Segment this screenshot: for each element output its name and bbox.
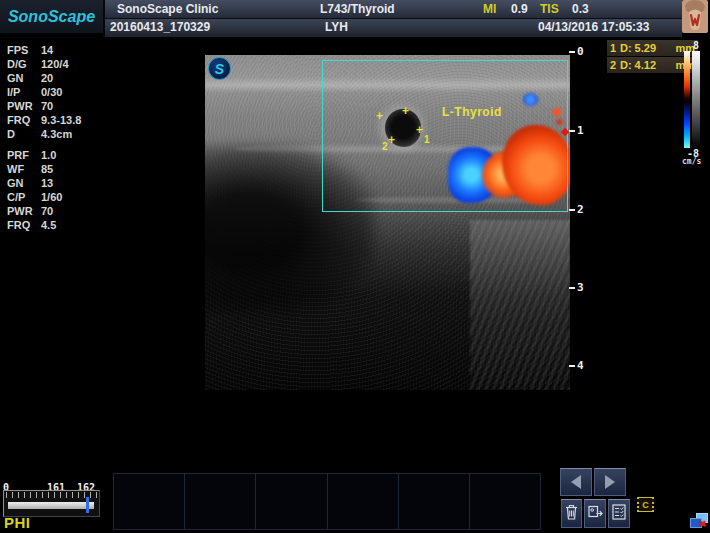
depth-tick: 3 <box>569 281 584 294</box>
tis-value: 0.3 <box>572 2 589 16</box>
caliper-mark[interactable]: + <box>376 111 383 121</box>
param-row: PWR70 <box>7 204 103 218</box>
exam-type-thyroid-icon[interactable] <box>682 0 708 33</box>
probe-exam-label: L743/Thyroid <box>320 2 395 16</box>
caliper-mark[interactable]: + <box>402 106 409 116</box>
export-image-button[interactable] <box>584 499 606 528</box>
grayscale-bar <box>692 51 700 148</box>
arrow-right-icon <box>605 475 615 489</box>
cine-position-marker[interactable] <box>86 497 89 513</box>
cine-ruler-ticks <box>6 492 97 498</box>
delete-image-button[interactable] <box>561 499 582 528</box>
velocity-max-label: 8 <box>693 40 699 51</box>
clinic-name: SonoScape Clinic <box>117 2 218 16</box>
param-row: D4.3cm <box>7 127 103 141</box>
exam-id: 20160413_170329 <box>110 20 210 34</box>
depth-tick: 0 <box>569 45 584 58</box>
param-row: FRQ9.3-13.8 <box>7 113 103 127</box>
depth-tick: 2 <box>569 203 584 216</box>
cache-status-chip-icon: C <box>637 497 654 512</box>
previous-page-button[interactable] <box>560 468 592 496</box>
thumbnail-strip <box>113 473 540 530</box>
vendor-logo: SonoScape <box>0 0 103 33</box>
param-row: WF85 <box>7 162 103 176</box>
mode-label: PHI <box>4 514 31 531</box>
caliper-number: 2 <box>382 141 388 152</box>
ultrasound-screen: SonoScape SonoScape Clinic L743/Thyroid … <box>0 0 710 533</box>
patient-name: LYH <box>325 20 348 34</box>
annotation-label: L-Thyroid <box>442 105 502 119</box>
param-row: FRQ4.5 <box>7 218 103 232</box>
param-row: C/P1/60 <box>7 190 103 204</box>
depth-tick: 1 <box>569 124 584 137</box>
datetime: 04/13/2016 17:05:33 <box>538 20 649 34</box>
param-row: PWR70 <box>7 99 103 113</box>
param-row: FPS14 <box>7 43 103 57</box>
next-page-button[interactable] <box>594 468 626 496</box>
network-status-icon: ✖ <box>690 513 709 530</box>
thumbnail-slot[interactable] <box>184 473 256 530</box>
param-row: I/P0/30 <box>7 85 103 99</box>
thumbnail-slot[interactable] <box>469 473 541 530</box>
color-roi-box[interactable] <box>322 60 568 212</box>
param-row: PRF1.0 <box>7 148 103 162</box>
thumbnail-slot[interactable] <box>113 473 185 530</box>
velocity-unit-label: cm/s <box>682 157 701 166</box>
parameter-panel: FPS14 D/G120/4 GN20 I/P0/30 PWR70 FRQ9.3… <box>7 43 103 232</box>
param-row: GN13 <box>7 176 103 190</box>
doppler-color-bar <box>684 51 690 148</box>
export-icon <box>588 504 603 523</box>
thumbnail-slot[interactable] <box>398 473 470 530</box>
mi-label: MI <box>483 2 496 16</box>
thumbnail-slot[interactable] <box>327 473 399 530</box>
arrow-left-icon <box>571 475 581 489</box>
caliper-number: 1 <box>424 134 430 145</box>
checklist-icon <box>612 504 626 524</box>
cine-scrollbar[interactable] <box>3 490 100 517</box>
review-list-button[interactable] <box>608 499 630 528</box>
trash-icon <box>565 504 578 524</box>
cine-progress-bar[interactable] <box>8 502 94 509</box>
thumbnail-slot[interactable] <box>255 473 327 530</box>
caliper-mark[interactable]: + <box>416 125 423 135</box>
caliper-mark[interactable]: + <box>388 135 395 145</box>
header-row-1: SonoScape Clinic L743/Thyroid MI 0.9 TIS… <box>105 0 682 19</box>
vendor-logo-text: SonoScape <box>8 8 95 26</box>
sonoscape-badge-icon: S <box>208 57 231 80</box>
header-info-bar: SonoScape Clinic L743/Thyroid MI 0.9 TIS… <box>103 0 682 38</box>
depth-tick: 4 <box>569 359 584 372</box>
ultrasound-image: S L-Thyroid + + + + 1 2 <box>205 55 570 390</box>
param-row: D/G120/4 <box>7 57 103 71</box>
tis-label: TIS <box>540 2 559 16</box>
param-row: GN20 <box>7 71 103 85</box>
header-row-2: 20160413_170329 LYH 04/13/2016 17:05:33 <box>105 19 682 37</box>
mi-value: 0.9 <box>511 2 528 16</box>
